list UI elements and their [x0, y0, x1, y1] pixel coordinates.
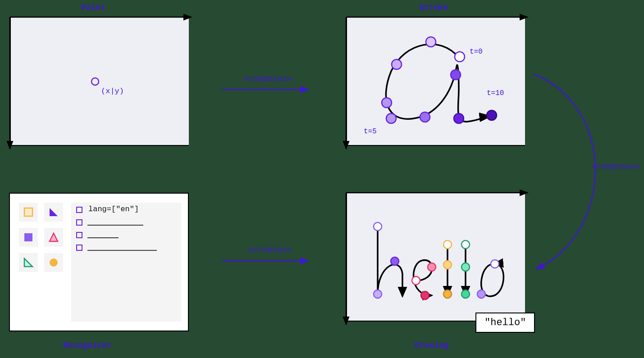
arrow-composes-1-icon [222, 85, 312, 94]
svg-point-38 [461, 263, 470, 271]
svg-point-36 [443, 290, 452, 298]
drawing-result: "hello" [475, 313, 535, 333]
square-solid-purple-icon [23, 232, 34, 243]
triangle-outline-green-icon [23, 257, 34, 268]
point-circle-icon [90, 77, 100, 86]
title-point: Point [81, 3, 105, 12]
arrow-creates-label: «creates» [248, 245, 292, 254]
svg-rect-19 [77, 220, 82, 225]
arrow-composes-2-icon [514, 65, 644, 281]
shape-cell-triangle-green [19, 253, 38, 272]
svg-point-14 [487, 110, 497, 120]
point-coord: (x|y) [101, 87, 124, 95]
svg-point-40 [491, 260, 499, 268]
svg-point-31 [412, 276, 420, 285]
svg-point-34 [443, 240, 452, 249]
stroke-t5-label: t=5 [364, 127, 377, 136]
svg-point-30 [391, 257, 399, 265]
svg-point-17 [50, 258, 58, 267]
svg-rect-21 [77, 245, 82, 250]
triangle-solid-purple-icon [48, 207, 59, 218]
svg-point-9 [382, 98, 392, 108]
shape-cell-triangle-pink [44, 228, 63, 247]
svg-point-10 [386, 113, 396, 123]
recognizer-options-icon [76, 206, 179, 274]
arrow-creates-icon [222, 256, 312, 265]
svg-point-7 [426, 37, 436, 47]
svg-point-29 [374, 290, 382, 298]
title-drawing: Drawing [415, 341, 449, 350]
point-axes-icon [6, 14, 196, 152]
svg-rect-20 [77, 232, 82, 238]
shape-cell-triangle-solid [44, 203, 63, 222]
square-outline-icon [23, 207, 34, 218]
shape-cell-square-solid [19, 228, 38, 247]
svg-rect-15 [24, 208, 32, 216]
svg-point-6 [455, 52, 465, 62]
svg-point-28 [374, 222, 382, 231]
title-recognizer: Recognizer [63, 341, 112, 350]
svg-point-13 [454, 113, 464, 123]
svg-point-41 [477, 290, 485, 298]
svg-point-8 [392, 59, 402, 69]
svg-point-2 [91, 78, 99, 85]
triangle-outline-pink-icon [48, 232, 59, 243]
svg-point-33 [421, 291, 429, 299]
stroke-letter-a-icon [346, 17, 524, 145]
arrow-composes-2-label: «composes» [592, 162, 640, 171]
svg-point-35 [443, 261, 452, 269]
svg-point-12 [451, 70, 461, 80]
svg-rect-18 [77, 207, 82, 213]
stroke-t0-label: t=0 [470, 48, 483, 56]
stroke-t10-label: t=10 [487, 89, 504, 97]
svg-point-37 [461, 240, 470, 249]
drawing-hello-icon [346, 193, 524, 321]
arrow-composes-1-label: «composes» [243, 74, 292, 83]
circle-solid-orange-icon [48, 257, 59, 268]
title-stroke: Stroke [419, 3, 448, 12]
shape-cell-square-outline [19, 203, 38, 222]
svg-rect-16 [24, 233, 32, 241]
svg-point-32 [428, 263, 436, 271]
svg-point-11 [420, 112, 430, 122]
svg-point-39 [461, 290, 470, 298]
shape-cell-circle-orange [44, 253, 63, 272]
recognizer-lang: lang=["en"] [88, 205, 139, 213]
